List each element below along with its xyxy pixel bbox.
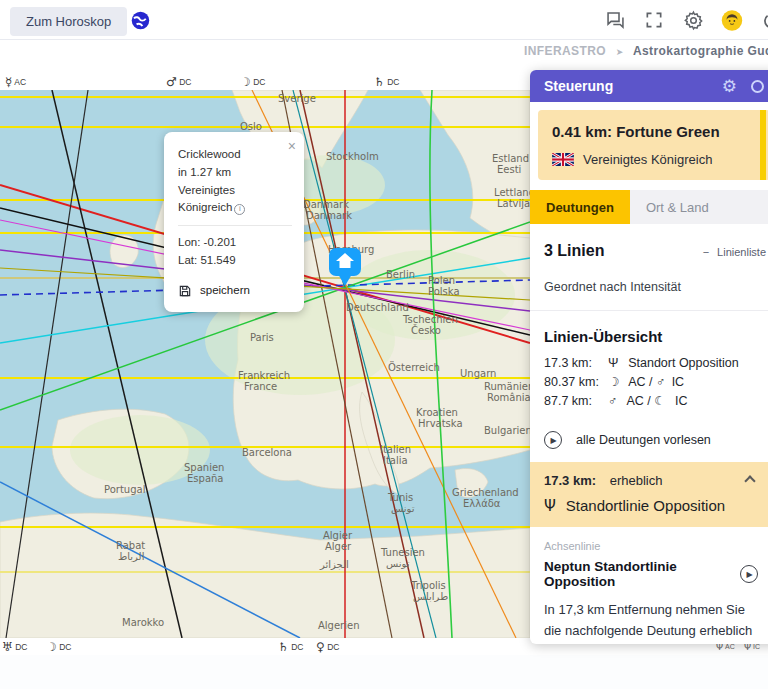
globe-icon[interactable] (130, 10, 151, 35)
map-label: Eesti (497, 164, 521, 175)
axis-edge-label: ♅ DC (2, 640, 27, 654)
map-label: Estland (492, 153, 529, 164)
yellow-accent-strip (760, 110, 766, 180)
axis-edge-label: ☽ DC (240, 75, 265, 89)
map-label: تونس (391, 503, 415, 514)
settings-gear-icon[interactable] (682, 9, 704, 31)
map-label: Latvija (497, 198, 530, 209)
map-label: Paris (250, 332, 274, 343)
lines-overview-rows: 17.3 km:Ψ Standort Opposition80.37 km:☽ … (544, 354, 766, 411)
map-label: Rumänien (484, 381, 530, 392)
map-label: Berlin (386, 269, 415, 280)
popup-country: Vereinigtes Königreichi (178, 182, 292, 218)
play-interpretation-icon[interactable]: ▶ (740, 565, 758, 583)
zum-horoskop-button[interactable]: Zum Horoskop (10, 7, 127, 36)
map-label: الجزائر (319, 559, 349, 570)
neptune-glyph: Ψ (544, 497, 556, 515)
read-all-button[interactable]: ▶ alle Deutungen vorlesen (544, 431, 766, 449)
map-label: Frankreich (238, 370, 290, 381)
collapse-minus-icon[interactable]: − (703, 246, 709, 258)
top-bar: Zum Horoskop (0, 0, 768, 40)
uk-flag-icon (552, 153, 574, 166)
map-label: Polska (428, 286, 460, 297)
map-label: Hrvatska (418, 418, 463, 429)
map-label: Portugal (104, 484, 145, 495)
panel-header: Steuerung ⚙ (530, 70, 768, 102)
axis-edge-label: ☿ AC (5, 75, 26, 89)
breadcrumb-separator-icon: ➤ (616, 47, 624, 57)
highlight-distance: 17.3 km: (544, 473, 596, 488)
popup-distance: in 1.27 km (178, 164, 292, 182)
popup-divider (178, 225, 292, 226)
lines-count-title: 3 Linien (544, 242, 604, 260)
chat-icon[interactable] (604, 9, 626, 31)
popup-longitude: Lon: -0.201 (178, 234, 292, 252)
breadcrumb-page: Astrokartographie Gudrun (633, 44, 768, 58)
avatar[interactable] (721, 9, 743, 31)
map-label: Tunesien (380, 547, 425, 558)
map-label: Griechenland (452, 487, 519, 498)
map-label: طرابلس (413, 591, 448, 602)
map-label: Danmark (303, 199, 349, 210)
map-label: Oslo (240, 121, 262, 132)
map-label: Danmark (306, 210, 352, 221)
panel-title: Steuerung (544, 78, 613, 94)
map-label: Tripolis (410, 580, 446, 591)
play-circle-icon: ▶ (544, 431, 562, 449)
tab-deutungen[interactable]: Deutungen (530, 190, 630, 224)
map-label: România (487, 392, 530, 403)
map-label: Ungarn (460, 368, 496, 379)
map-label: Kroatien (416, 407, 458, 418)
interpretation-paragraph: In 17,3 km Entfernung nehmen Sie die nac… (544, 600, 756, 644)
save-floppy-icon (178, 284, 192, 298)
interpretation-title: Neptun Standortlinie Opposition (544, 559, 740, 589)
breadcrumb: INFERASTRO ➤ Astrokartographie Gudrun (524, 44, 768, 58)
lines-overview-title: Linien-Übersicht (544, 328, 766, 345)
axis-edge-label: ♀ DC (316, 640, 339, 654)
map-label: Alger (325, 541, 352, 552)
map-label: Italien (380, 444, 411, 455)
map-label: Algier (323, 530, 353, 541)
map-label: Polen (428, 275, 455, 286)
tab-ort-und-land[interactable]: Ort & Land (630, 190, 725, 224)
axis-edge-label: ♄ DC (374, 75, 399, 89)
panel-refresh-icon[interactable] (751, 80, 764, 93)
map-location-popup: × Cricklewood in 1.27 km Vereinigtes Kön… (164, 132, 304, 312)
axis-line-label: Achsenlinie (544, 540, 766, 552)
popup-close-icon[interactable]: × (288, 136, 296, 158)
highlighted-line-card[interactable]: 17.3 km: erheblich ΨStandortlinie Opposi… (530, 462, 768, 527)
map-label: Bulgarien (484, 425, 530, 436)
map-label: Österreich (388, 361, 440, 373)
selected-location-country: Vereinigtes Königreich (583, 152, 712, 167)
map-label: France (244, 381, 277, 392)
map-label: Italia (383, 455, 408, 466)
map-label: Česko (411, 324, 441, 336)
divider (530, 310, 768, 311)
control-panel: Steuerung ⚙ 0.41 km: Fortune Green Verei… (530, 70, 768, 644)
map-label: Deutschland (346, 302, 409, 313)
map-label: Stockholm (326, 151, 379, 162)
map-label: Tschechien (402, 314, 458, 325)
panel-gear-icon[interactable]: ⚙ (722, 76, 737, 96)
lines-list-link[interactable]: −Linienliste (703, 246, 766, 258)
fullscreen-icon[interactable] (643, 9, 665, 31)
map-label: Tunis (387, 492, 413, 503)
map-label: Marokko (122, 617, 164, 628)
breadcrumb-app[interactable]: INFERASTRO (524, 44, 606, 58)
save-location-button[interactable]: speichern (178, 282, 292, 300)
map-label: Ελλάδα (463, 498, 501, 509)
axis-edge-label: ♂ DC (166, 75, 191, 89)
sorted-by-label: Geordnet nach Intensität (544, 280, 766, 294)
map-label: España (187, 473, 223, 484)
info-icon[interactable]: i (234, 204, 245, 215)
overview-row: 17.3 km:Ψ Standort Opposition (544, 354, 766, 373)
overview-row: 80.37 km:☽ AC / ♂ IC (544, 373, 766, 392)
power-icon[interactable] (760, 9, 768, 31)
panel-tabs: Deutungen Ort & Land (530, 190, 768, 224)
map-label: تونس (386, 558, 410, 569)
map-label: Barcelona (242, 447, 292, 458)
map-label: Sverige (278, 93, 316, 104)
map-label: Rabat (116, 540, 145, 551)
highlight-level: erheblich (610, 473, 663, 488)
map-label: Lettland (494, 187, 530, 198)
